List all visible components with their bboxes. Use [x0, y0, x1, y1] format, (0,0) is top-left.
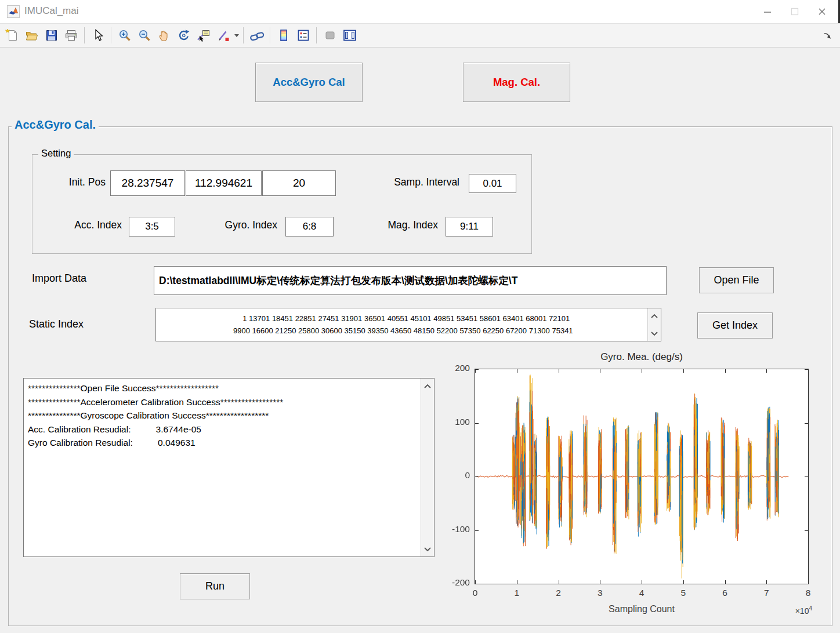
gyro-index-field[interactable]	[285, 217, 334, 237]
close-button[interactable]	[808, 0, 835, 23]
pan-hand-icon[interactable]	[154, 26, 174, 45]
log-line: ***************Open File Success********…	[28, 381, 418, 395]
mag-index-label: Mag. Index	[357, 219, 438, 231]
log-line: ***************Accelerometer Calibration…	[28, 395, 418, 409]
show-plot-tools-icon[interactable]	[340, 26, 360, 45]
acc-index-field[interactable]	[129, 217, 175, 237]
data-cursor-icon[interactable]	[194, 26, 213, 45]
x-tick-label: 4	[630, 588, 653, 598]
gyro-index-label: Gyro. Index	[191, 219, 277, 231]
y-tick-label: 0	[441, 470, 470, 483]
chart-plot-area	[475, 369, 809, 584]
chart-title: Gyro. Mea. (deg/s)	[475, 351, 809, 363]
zoom-in-icon[interactable]	[115, 26, 135, 45]
window-title: IMUCal_mai	[24, 5, 79, 17]
run-button[interactable]: Run	[180, 573, 250, 599]
log-listbox[interactable]: ***************Open File Success********…	[23, 378, 435, 557]
setting-panel	[32, 154, 532, 254]
matlab-figure-window: IMUCal_mai	[0, 0, 840, 633]
dock-figure-icon[interactable]	[820, 28, 835, 43]
acc-gyro-cal-tab-button[interactable]: Acc&Gyro Cal	[255, 63, 363, 102]
import-data-label: Import Data	[32, 272, 86, 285]
x-tick-label: 7	[755, 588, 778, 598]
matlab-logo-icon	[7, 5, 20, 18]
toolbar-separator	[316, 27, 317, 43]
window-controls	[754, 0, 835, 23]
x-tick-label: 1	[505, 588, 528, 598]
scroll-up-icon[interactable]	[648, 308, 661, 323]
static-index-line: 1 13701 18451 22851 27451 31901 36501 40…	[160, 312, 645, 325]
scroll-up-icon[interactable]	[421, 379, 434, 394]
x-tick-label: 5	[672, 588, 695, 598]
chart-x-axis-label: Sampling Count	[475, 604, 809, 614]
log-scrollbar[interactable]	[421, 379, 434, 556]
scroll-down-icon[interactable]	[648, 326, 661, 341]
acc-gyro-panel-title: Acc&Gyro Cal.	[12, 118, 99, 132]
toolbar-separator	[270, 27, 271, 43]
init-pos-lat-field[interactable]	[110, 170, 185, 196]
toolbar-separator	[111, 27, 112, 43]
y-tick-label: 100	[441, 417, 470, 430]
init-pos-alt-field[interactable]	[262, 170, 336, 196]
y-tick-label: 200	[441, 363, 470, 376]
insert-legend-icon[interactable]	[294, 26, 313, 45]
x-tick-label: 2	[547, 588, 570, 598]
get-index-button[interactable]: Get Index	[697, 312, 773, 339]
mag-cal-tab-button[interactable]: Mag. Cal.	[463, 63, 570, 102]
init-pos-label: Init. Pos	[35, 176, 106, 188]
init-pos-lon-field[interactable]	[186, 170, 262, 196]
y-tick-label: -100	[441, 524, 470, 537]
link-plots-icon[interactable]	[247, 26, 267, 45]
brush-icon[interactable]	[213, 26, 233, 45]
x-tick-label: 6	[714, 588, 737, 598]
log-line: ***************Gyroscope Calibration Suc…	[28, 409, 418, 423]
hide-plot-tools-icon[interactable]	[320, 26, 340, 45]
acc-index-label: Acc. Index	[35, 219, 122, 231]
static-index-line: 9900 16600 21250 25800 30600 35150 39350…	[160, 325, 645, 337]
maximize-button[interactable]	[781, 0, 808, 23]
insert-colorbar-icon[interactable]	[274, 26, 294, 45]
static-index-scrollbar[interactable]	[647, 308, 661, 341]
toolbar	[0, 23, 840, 48]
open-folder-icon[interactable]	[22, 26, 42, 45]
mag-index-field[interactable]	[446, 217, 493, 237]
scroll-down-icon[interactable]	[421, 541, 434, 556]
x-tick-label: 3	[588, 588, 611, 598]
toolbar-separator	[243, 27, 244, 43]
log-line: Acc. Calibration Resudial: 3.6744e-05	[28, 423, 418, 436]
rotate-3d-icon[interactable]	[174, 26, 194, 45]
new-document-icon[interactable]	[2, 26, 22, 45]
brush-dropdown-icon[interactable]	[233, 26, 240, 45]
toolbar-separator	[84, 27, 85, 43]
import-data-path-field[interactable]	[154, 266, 667, 295]
chart-x-multiplier: ×104	[762, 605, 812, 616]
static-index-label: Static Index	[29, 318, 84, 330]
open-file-button[interactable]: Open File	[699, 267, 774, 293]
x-tick-label: 0	[464, 588, 487, 598]
x-tick-label: 8	[796, 588, 820, 598]
static-index-listbox[interactable]: 1 13701 18451 22851 27451 31901 36501 40…	[155, 308, 661, 341]
title-bar: IMUCal_mai	[0, 0, 840, 23]
gyro-chart: Gyro. Mea. (deg/s) Sampling Count ×104 2…	[441, 347, 840, 628]
samp-interval-field[interactable]	[469, 174, 516, 193]
samp-interval-label: Samp. Interval	[364, 176, 459, 188]
arrow-cursor-icon[interactable]	[88, 26, 108, 45]
save-icon[interactable]	[42, 26, 61, 45]
print-icon[interactable]	[61, 26, 81, 45]
zoom-out-icon[interactable]	[135, 26, 154, 45]
minimize-button[interactable]	[754, 0, 781, 23]
log-line: Gyro Calibration Resudial: 0.049631	[28, 436, 418, 450]
setting-panel-title: Setting	[38, 148, 74, 159]
